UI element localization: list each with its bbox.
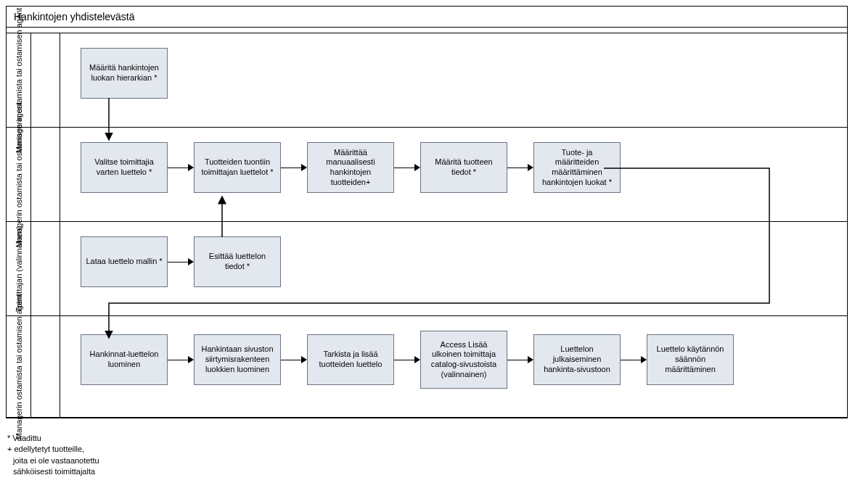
lane-1: Managerin ostamista tai ostamisen agent … [7, 33, 847, 128]
box-policy-rule: Luettelo käytännön säännön määrittäminen [647, 334, 734, 385]
lane-1-inner [31, 33, 60, 127]
footnotes: * Vaadittu + edellytetyt tuotteille, joi… [6, 433, 849, 478]
arrow-icon [168, 168, 194, 168]
box-assign-categories: Tuote- ja määritteiden määrittäminen han… [533, 142, 621, 193]
footnote-plus-3: sähköisesti toimittajalta [7, 466, 849, 477]
lane-2-label: Managerin ostamista tai ostamisen agent [7, 128, 31, 221]
lane-4-label-text: Managerin ostamista tai ostamisen agent [15, 294, 23, 439]
arrow-icon [394, 360, 420, 360]
box-external-catalog: Access Lisää ulkoinen toimittaja catalog… [420, 331, 507, 389]
box-submit-catalog: Esittää luettelon tiedot * [194, 236, 281, 287]
footnote-plus-1: + edellytetyt tuotteille, [7, 444, 849, 455]
lane-3-inner [31, 222, 60, 315]
lane-1-body: Määritä hankintojen luokan hierarkian * [60, 33, 847, 127]
box-manual-define: Määrittää manuaalisesti hankintojen tuot… [307, 142, 394, 193]
diagram-title: Hankintojen yhdistelevästä [7, 7, 847, 28]
box-create-nav: Hankintaan sivuston siirtymisrakenteen l… [194, 334, 281, 385]
box-review-add: Tarkista ja lisää tuotteiden luettelo [307, 334, 394, 385]
lane-2-body: Valitse toimittajia varten luettelo * Tu… [60, 128, 847, 221]
footnote-required: * Vaadittu [7, 433, 849, 444]
box-select-vendors: Valitse toimittajia varten luettelo * [81, 142, 168, 193]
box-product-details: Määritä tuotteen tiedot * [420, 142, 507, 193]
box-publish: Luettelon julkaiseminen hankinta-sivusto… [533, 334, 621, 385]
lane-4: Managerin ostamista tai ostamisen agent … [7, 316, 847, 418]
lane-4-inner [31, 316, 60, 417]
arrow-icon [507, 360, 533, 360]
box-define-hierarchy: Määritä hankintojen luokan hierarkian * [81, 48, 168, 99]
lane-4-label: Managerin ostamista tai ostamisen agent [7, 316, 31, 417]
arrow-icon [281, 168, 307, 168]
lane-3-body: Lataa luettelo mallin * Esittää luettelo… [60, 222, 847, 315]
arrow-icon [168, 262, 194, 263]
swimlane-diagram: Hankintojen yhdistelevästä Managerin ost… [6, 6, 848, 418]
footnote-plus-2: joita ei ole vastaanotettu [7, 455, 849, 466]
arrow-icon [168, 360, 194, 360]
arrow-icon [507, 168, 533, 168]
lane-2-inner [31, 128, 60, 221]
title-text: Hankintojen yhdistelevästä [14, 11, 135, 22]
lane-2: Managerin ostamista tai ostamisen agent … [7, 128, 847, 222]
box-create-catalog: Hankinnat-luettelon luominen [81, 334, 168, 385]
box-import-products: Tuotteiden tuontiin toimittajan luettelo… [194, 142, 281, 193]
arrow-icon [281, 360, 307, 360]
title-spacer [7, 28, 847, 33]
lane-4-body: Hankinnat-luettelon luominen Hankintaan … [60, 316, 847, 417]
lane-3: Toimittajan (valinnainen) Lataa luettelo… [7, 222, 847, 316]
box-download-template: Lataa luettelo mallin * [81, 236, 168, 287]
arrow-icon [621, 360, 647, 360]
arrow-icon [394, 168, 420, 168]
